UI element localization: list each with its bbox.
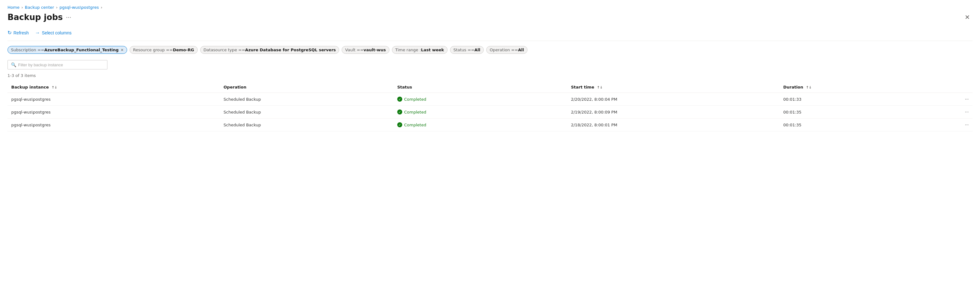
filter-chip-time_range[interactable]: Time range : Last week xyxy=(392,46,447,54)
page-more-button[interactable]: ··· xyxy=(66,14,71,21)
refresh-label: Refresh xyxy=(13,30,29,35)
filter-remove-icon[interactable]: ✕ xyxy=(121,48,124,52)
cell-operation: Scheduled Backup xyxy=(220,118,393,131)
cell-status: ✓ Completed xyxy=(393,118,567,131)
filters-row: Subscription == AzureBackup_Functional_T… xyxy=(8,46,972,54)
cell-instance: pgsql-wus\postgres xyxy=(8,118,220,131)
row-more-button[interactable]: ··· xyxy=(924,106,972,118)
cell-duration: 00:01:33 xyxy=(780,93,924,106)
filter-chip-datasource_type[interactable]: Datasource type == Azure Database for Po… xyxy=(200,46,339,54)
sort-icon-instance[interactable]: ↑↓ xyxy=(51,85,57,89)
filter-value: AzureBackup_Functional_Testing xyxy=(45,48,119,52)
filter-label: Resource group == xyxy=(133,48,173,52)
table-row: pgsql-wus\postgres Scheduled Backup ✓ Co… xyxy=(8,118,972,131)
filter-value: Last week xyxy=(421,48,444,52)
cell-start-time: 2/20/2022, 8:00:04 PM xyxy=(567,93,780,106)
col-header-more xyxy=(924,81,972,93)
col-header-duration: Duration ↑↓ xyxy=(780,81,924,93)
status-check-icon: ✓ xyxy=(397,110,402,115)
breadcrumb: Home › Backup center › pgsql-wus\postgre… xyxy=(8,5,972,10)
select-columns-button[interactable]: → Select columns xyxy=(35,29,72,37)
filter-value: All xyxy=(518,48,524,52)
columns-icon: → xyxy=(35,30,40,36)
status-completed: ✓ Completed xyxy=(397,122,563,127)
status-completed: ✓ Completed xyxy=(397,97,563,102)
sort-icon-duration[interactable]: ↑↓ xyxy=(806,85,812,89)
cell-operation: Scheduled Backup xyxy=(220,106,393,118)
cell-duration: 00:01:35 xyxy=(780,118,924,131)
status-check-icon: ✓ xyxy=(397,97,402,102)
item-count: 1-3 of 3 items xyxy=(8,73,972,78)
toolbar: ↻ Refresh → Select columns xyxy=(8,29,972,41)
status-label: Completed xyxy=(404,123,426,127)
filter-label: Operation == xyxy=(490,48,518,52)
row-more-button[interactable]: ··· xyxy=(924,118,972,131)
refresh-icon: ↻ xyxy=(8,30,11,36)
cell-operation: Scheduled Backup xyxy=(220,93,393,106)
sort-icon-start-time[interactable]: ↑↓ xyxy=(597,85,603,89)
filter-chip-subscription[interactable]: Subscription == AzureBackup_Functional_T… xyxy=(8,46,127,54)
filter-chip-status[interactable]: Status == All xyxy=(450,46,484,54)
filter-label: Vault == xyxy=(345,48,364,52)
search-input-wrapper: 🔍 xyxy=(8,60,107,69)
filter-chip-vault[interactable]: Vault == vault-wus xyxy=(342,46,389,54)
row-more-button[interactable]: ··· xyxy=(924,93,972,106)
search-input[interactable] xyxy=(18,62,104,67)
filter-chip-resource_group[interactable]: Resource group == Demo-RG xyxy=(130,46,198,54)
cell-start-time: 2/18/2022, 8:00:01 PM xyxy=(567,118,780,131)
close-button[interactable]: ✕ xyxy=(962,12,972,22)
refresh-button[interactable]: ↻ Refresh xyxy=(8,29,29,37)
col-header-operation: Operation xyxy=(220,81,393,93)
cell-status: ✓ Completed xyxy=(393,93,567,106)
status-label: Completed xyxy=(404,110,426,115)
backup-jobs-table: Backup instance ↑↓ Operation Status Star… xyxy=(8,81,972,131)
cell-status: ✓ Completed xyxy=(393,106,567,118)
table-header-row: Backup instance ↑↓ Operation Status Star… xyxy=(8,81,972,93)
cell-start-time: 2/19/2022, 8:00:09 PM xyxy=(567,106,780,118)
breadcrumb-instance[interactable]: pgsql-wus\postgres xyxy=(59,5,99,10)
cell-instance: pgsql-wus\postgres xyxy=(8,93,220,106)
cell-duration: 00:01:35 xyxy=(780,106,924,118)
page-header: Backup jobs ··· ✕ xyxy=(8,12,972,22)
filter-label: Time range : xyxy=(395,48,421,52)
table-row: pgsql-wus\postgres Scheduled Backup ✓ Co… xyxy=(8,93,972,106)
filter-value: All xyxy=(474,48,480,52)
col-header-status: Status xyxy=(393,81,567,93)
col-header-start-time: Start time ↑↓ xyxy=(567,81,780,93)
status-label: Completed xyxy=(404,97,426,102)
page-title: Backup jobs xyxy=(8,13,63,22)
filter-value: Demo-RG xyxy=(173,48,194,52)
filter-value: Azure Database for PostgreSQL servers xyxy=(245,48,336,52)
filter-chip-operation[interactable]: Operation == All xyxy=(486,46,528,54)
select-columns-label: Select columns xyxy=(42,30,72,35)
status-completed: ✓ Completed xyxy=(397,110,563,115)
filter-label: Status == xyxy=(453,48,474,52)
filter-value: vault-wus xyxy=(364,48,386,52)
filter-label: Datasource type == xyxy=(204,48,245,52)
col-header-instance: Backup instance ↑↓ xyxy=(8,81,220,93)
breadcrumb-home[interactable]: Home xyxy=(8,5,19,10)
status-check-icon: ✓ xyxy=(397,122,402,127)
filter-label: Subscription == xyxy=(11,48,45,52)
search-container: 🔍 xyxy=(8,60,972,69)
search-icon: 🔍 xyxy=(11,62,16,67)
breadcrumb-backup-center[interactable]: Backup center xyxy=(25,5,54,10)
cell-instance: pgsql-wus\postgres xyxy=(8,106,220,118)
table-row: pgsql-wus\postgres Scheduled Backup ✓ Co… xyxy=(8,106,972,118)
